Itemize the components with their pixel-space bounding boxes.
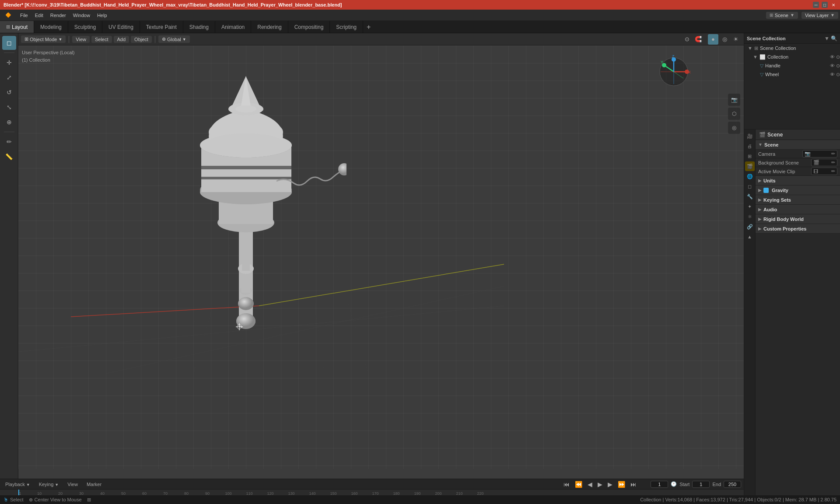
handle-eye-icon[interactable]: 👁	[830, 63, 835, 69]
handle-camera-icon[interactable]: ⊙	[836, 63, 840, 69]
viewport-perspective-toggle[interactable]: ⬡	[728, 108, 740, 120]
section-rigid-body-header[interactable]: ▶ Rigid Body World	[756, 214, 840, 224]
prop-movie-clip-icon: 🎞	[813, 169, 818, 174]
gravity-checkbox[interactable]	[763, 188, 769, 193]
timeline-view-menu[interactable]: View	[65, 481, 80, 488]
prop-bg-scene-edit-icon[interactable]: ✏	[831, 160, 835, 165]
viewport-add-menu[interactable]: Add	[114, 36, 130, 43]
tool-annotate[interactable]: ✏	[2, 135, 16, 149]
viewport-3d[interactable]: User Perspective (Local) (1) Collection …	[18, 46, 744, 469]
tab-shading[interactable]: Shading	[183, 21, 215, 33]
scene-selector[interactable]: Scene	[775, 13, 788, 18]
menu-window[interactable]: Window	[70, 12, 94, 19]
tab-layout[interactable]: ⊞ Layout	[0, 21, 34, 33]
menu-file[interactable]: File	[17, 12, 32, 19]
viewport-render-mode-solid[interactable]: ●	[708, 34, 718, 45]
prop-bg-scene-value[interactable]: 🎬 ✏	[811, 159, 837, 166]
prop-render-icon[interactable]: 🎥	[745, 131, 755, 141]
tool-cursor[interactable]: ✛	[2, 56, 16, 70]
menu-help[interactable]: Help	[94, 12, 111, 19]
viewport-mode-selector[interactable]: ⊞ Object Mode ▼	[21, 35, 66, 43]
prop-constraints-icon[interactable]: 🔗	[745, 222, 755, 231]
section-keying-sets-header[interactable]: ▶ Keying Sets	[756, 195, 840, 205]
prop-movie-clip-value[interactable]: 🎞 ✏	[811, 168, 837, 175]
tab-rendering[interactable]: Rendering	[251, 21, 288, 33]
blender-logo[interactable]: 🔶	[2, 11, 15, 19]
menu-render[interactable]: Render	[47, 12, 70, 19]
timeline-playback-menu[interactable]: Playback ▼	[3, 481, 33, 488]
menu-edit[interactable]: Edit	[32, 12, 47, 19]
section-units-header[interactable]: ▶ Units	[756, 176, 840, 186]
viewport-camera-view[interactable]: 📷	[728, 94, 740, 106]
collection-render-icon[interactable]: ⊙	[836, 54, 840, 60]
wheel-camera-icon[interactable]: ⊙	[836, 72, 840, 77]
timeline-step-back[interactable]: ◀	[586, 481, 594, 488]
outliner-item-wheel[interactable]: ▽ Wheel 👁 ⊙	[744, 70, 840, 79]
tab-scripting[interactable]: Scripting	[330, 21, 363, 33]
tab-uv-editing[interactable]: UV Editing	[102, 21, 140, 33]
timeline-start-frame[interactable]: 1	[692, 481, 710, 488]
timeline-step-forward[interactable]: ▶	[606, 481, 614, 488]
section-custom-props-header[interactable]: ▶ Custom Properties	[756, 224, 840, 234]
tool-rotate[interactable]: ↺	[2, 85, 16, 99]
prop-modifiers-icon[interactable]: 🔧	[745, 192, 755, 201]
prop-scene-icon[interactable]: 🎬	[745, 161, 755, 171]
viewport-snap-toggle[interactable]: 🧲	[693, 34, 704, 45]
viewport-select-menu[interactable]: Select	[91, 36, 112, 43]
tool-transform[interactable]: ⊕	[2, 115, 16, 129]
tab-texture-paint[interactable]: Texture Paint	[140, 21, 183, 33]
prop-view-layer-icon[interactable]: ⊞	[745, 151, 755, 161]
viewport-proportional-edit[interactable]: ⊙	[682, 34, 692, 45]
minimize-button[interactable]: ─	[813, 2, 819, 8]
tool-select-box[interactable]: ◻	[2, 36, 16, 50]
wheel-eye-icon[interactable]: 👁	[830, 72, 835, 77]
viewport-view-menu[interactable]: View	[72, 36, 90, 43]
prop-movie-clip-edit-icon[interactable]: ✏	[831, 168, 835, 174]
timeline-keying-menu[interactable]: Keying ▼	[36, 481, 62, 488]
prop-data-icon[interactable]: ▲	[745, 232, 755, 242]
prop-particles-icon[interactable]: ✦	[745, 202, 755, 211]
section-gravity-header[interactable]: ▶ Gravity	[756, 186, 840, 195]
tool-measure[interactable]: 📏	[2, 150, 16, 164]
section-audio-header[interactable]: ▶ Audio	[756, 205, 840, 214]
outliner-search-icon[interactable]: 🔍	[831, 35, 837, 42]
viewport-local-toggle[interactable]: ◎	[728, 122, 740, 134]
viewport-render-mode-material[interactable]: ◎	[719, 34, 730, 45]
tool-scale[interactable]: ⤡	[2, 100, 16, 114]
prop-camera-edit-icon[interactable]: ✏	[831, 151, 835, 157]
tab-modeling[interactable]: Modeling	[34, 21, 68, 33]
outliner-item-collection[interactable]: ▼ ⬜ Collection 👁 ⊙	[744, 52, 840, 61]
timeline-prev-keyframe[interactable]: ⏪	[573, 481, 584, 488]
prop-output-icon[interactable]: 🖨	[745, 141, 755, 151]
section-scene-label: Scene	[764, 142, 778, 147]
svg-text:Y: Y	[661, 60, 663, 64]
timeline-marker-menu[interactable]: Marker	[84, 481, 104, 488]
section-scene-header[interactable]: ▼ Scene	[756, 140, 840, 150]
tool-move[interactable]: ⤢	[2, 70, 16, 84]
prop-physics-icon[interactable]: ⚛	[745, 212, 755, 221]
close-button[interactable]: ✕	[830, 2, 836, 8]
view-layer-selector[interactable]: View Layer	[805, 13, 829, 18]
tab-sculpting[interactable]: Sculpting	[68, 21, 102, 33]
viewport-render-mode-rendered[interactable]: ☀	[731, 34, 741, 45]
viewport-object-menu[interactable]: Object	[131, 36, 152, 43]
viewport-gizmo[interactable]: X Y Z	[656, 54, 691, 89]
timeline-jump-end[interactable]: ⏭	[629, 481, 638, 488]
tab-animation[interactable]: Animation	[215, 21, 251, 33]
timeline-jump-start[interactable]: ⏮	[562, 481, 571, 488]
viewport-global-selector[interactable]: ⊕ Global ▼	[158, 35, 190, 43]
outliner-filter-icon[interactable]: ▼	[824, 35, 830, 42]
timeline-play[interactable]: ▶	[596, 481, 604, 488]
prop-object-icon[interactable]: ◻	[745, 182, 755, 191]
collection-eye-icon[interactable]: 👁	[830, 54, 835, 60]
timeline-current-frame[interactable]: 1	[651, 481, 668, 488]
outliner-item-scene-collection[interactable]: ▼ ⊞ Scene Collection	[744, 44, 840, 52]
maximize-button[interactable]: □	[822, 2, 828, 8]
prop-world-icon[interactable]: 🌐	[745, 172, 755, 181]
timeline-end-frame[interactable]: 250	[724, 481, 741, 488]
timeline-next-keyframe[interactable]: ⏩	[616, 481, 627, 488]
tab-compositing[interactable]: Compositing	[288, 21, 330, 33]
prop-camera-value[interactable]: 📷 ✏	[802, 150, 837, 158]
add-workspace-button[interactable]: +	[363, 21, 374, 33]
outliner-item-handle[interactable]: ▽ Handle 👁 ⊙	[744, 61, 840, 70]
